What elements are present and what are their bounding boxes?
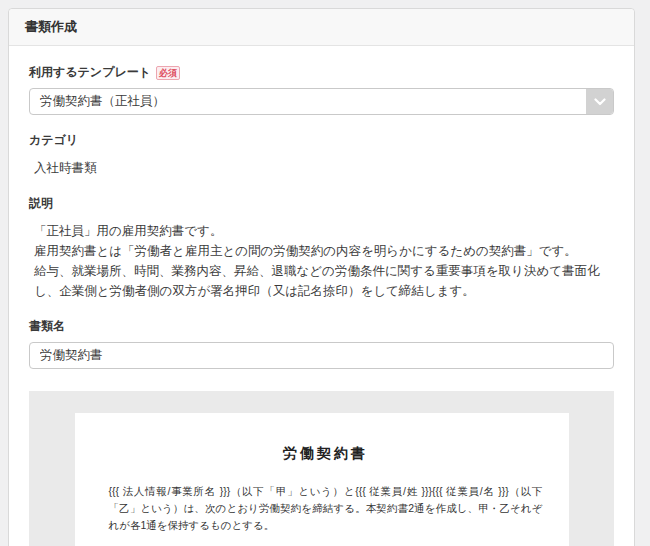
doc-name-field: 書類名 [29, 318, 614, 369]
contract-intro: {{{ 法人情報/事業所名 }}}（以下「甲」という）と{{{ 従業員/姓 }}… [109, 483, 543, 533]
category-label: カテゴリ [29, 132, 78, 149]
chevron-down-icon[interactable] [586, 89, 613, 114]
category-value: 入社時書類 [34, 158, 614, 178]
description-line: 雇用契約書とは「労働者と雇用主との間の労働契約の内容を明らかにするための契約書」… [34, 241, 614, 261]
description-line: 「正社員」用の雇用契約書です。 [34, 221, 614, 241]
form-body: 利用するテンプレート 必須 労働契約書（正社員） カテゴリ 入社時書類 説明 「… [9, 46, 634, 546]
description-label: 説明 [29, 195, 53, 212]
description-field: 説明 「正社員」用の雇用契約書です。 雇用契約書とは「労働者と雇用主との間の労働… [29, 195, 614, 301]
template-field: 利用するテンプレート 必須 労働契約書（正社員） [29, 64, 614, 115]
document-create-card: 書類作成 利用するテンプレート 必須 労働契約書（正社員） カテゴリ 入社時書類… [8, 8, 635, 546]
template-label: 利用するテンプレート [29, 64, 151, 81]
category-field: カテゴリ 入社時書類 [29, 132, 614, 178]
document-preview-panel: 労働契約書 {{{ 法人情報/事業所名 }}}（以下「甲」という）と{{{ 従業… [29, 391, 614, 546]
doc-name-label: 書類名 [29, 318, 65, 335]
page-title: 書類作成 [9, 9, 634, 46]
doc-name-input[interactable] [29, 342, 614, 369]
template-label-row: 利用するテンプレート 必須 [29, 64, 614, 81]
document-preview-page: 労働契約書 {{{ 法人情報/事業所名 }}}（以下「甲」という）と{{{ 従業… [75, 413, 569, 546]
required-badge: 必須 [156, 66, 180, 80]
template-selected-value: 労働契約書（正社員） [40, 93, 165, 110]
template-select[interactable]: 労働契約書（正社員） [29, 88, 614, 115]
description-line: 給与、就業場所、時間、業務内容、昇給、退職などの労働条件に関する重要事項を取り決… [34, 261, 614, 301]
contract-title: 労働契約書 [109, 445, 543, 463]
description-text: 「正社員」用の雇用契約書です。 雇用契約書とは「労働者と雇用主との間の労働契約の… [34, 221, 614, 301]
